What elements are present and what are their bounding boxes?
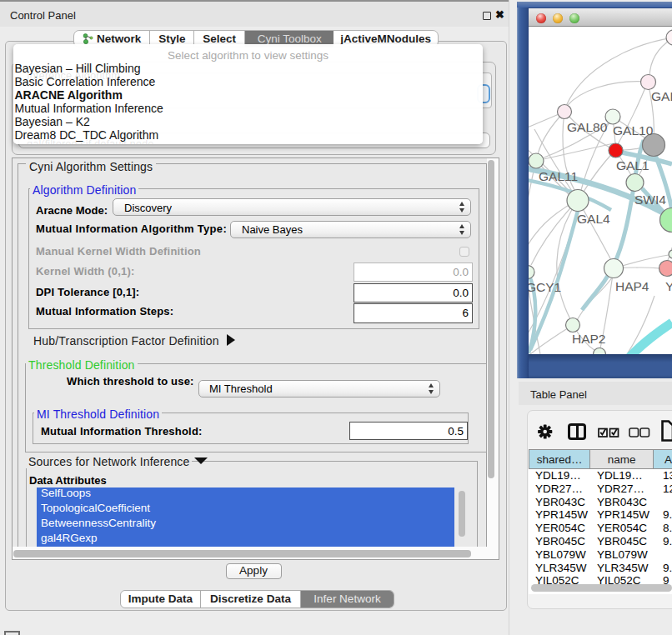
svg-text:HAP2: HAP2 xyxy=(572,332,606,346)
svg-text:HAP4: HAP4 xyxy=(615,279,649,293)
svg-text:GAL11: GAL11 xyxy=(539,169,578,183)
svg-text:GAL10: GAL10 xyxy=(613,123,654,138)
svg-text:SWI4: SWI4 xyxy=(634,192,666,207)
svg-text:GAL4: GAL4 xyxy=(577,212,610,226)
svg-text:Y: Y xyxy=(665,279,672,293)
svg-text:GAL80: GAL80 xyxy=(567,120,608,134)
svg-text:GAL2: GAL2 xyxy=(651,89,672,103)
svg-text:GCY1: GCY1 xyxy=(529,280,561,294)
svg-text:GAL1: GAL1 xyxy=(616,158,649,172)
